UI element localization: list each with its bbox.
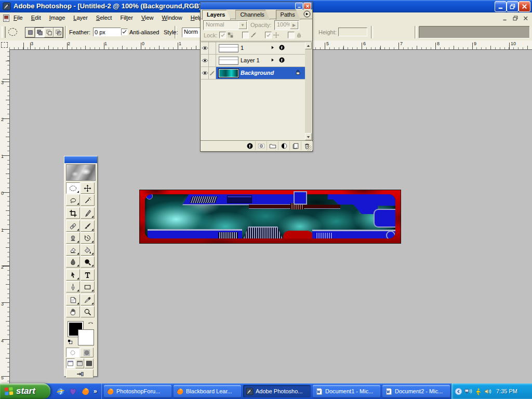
link-cell[interactable] [208,67,216,79]
doc-close-button[interactable] [521,14,530,22]
task-button-3[interactable]: Adobe Photosho... [243,385,311,397]
palette-minimize-button[interactable] [295,3,303,9]
tray-aim[interactable] [474,388,482,395]
menu-window[interactable]: Window [162,15,182,21]
layer-thumbnail[interactable] [219,44,238,52]
tool-clone-stamp[interactable] [66,232,80,244]
layer-mask-button[interactable] [256,141,267,150]
layers-scrollbar[interactable] [305,42,312,141]
jump-to-imageready-button[interactable] [66,369,94,378]
lock-brush-small-checkbox[interactable] [242,32,249,38]
antialiased-checkbox[interactable] [121,29,128,35]
mode-intersect-selection-button[interactable] [54,28,63,37]
tool-slice[interactable] [81,207,95,219]
visibility-toggle[interactable] [201,42,209,54]
options-bar-grip[interactable] [2,26,6,38]
tool-path-selection[interactable] [66,269,80,281]
swap-icon[interactable] [87,321,94,327]
layer-thumbnail[interactable] [219,69,238,77]
task-button-1[interactable]: PhotoshopForu... [104,385,171,397]
scroll-up-button[interactable] [305,42,312,49]
default-colors-icon[interactable] [67,339,73,345]
lock-move-small-checkbox[interactable] [265,32,272,38]
task-button-2[interactable]: Blackboard Lear... [174,385,241,397]
palette-close-button[interactable] [303,3,311,9]
tab-paths[interactable]: Paths [276,10,301,20]
triangle-right-icon[interactable] [270,45,275,50]
tool-notes[interactable] [66,294,80,305]
task-button-4[interactable]: Document1 - Mic... [313,385,380,397]
minimize-button[interactable] [495,1,507,12]
tool-brush[interactable] [81,220,95,232]
layer-row-layer-1[interactable]: Layer 1 [201,55,305,67]
tool-paint-bucket[interactable] [81,244,95,256]
close-button[interactable] [518,1,530,12]
lock-padlock-small-checkbox[interactable] [288,32,295,38]
palette-menu-button[interactable] [303,10,311,18]
screen-full-button[interactable] [85,358,94,368]
swap-colors-icon[interactable] [87,321,94,327]
tool-magic-wand[interactable] [81,194,95,206]
mode-new-selection-button[interactable] [25,28,35,37]
mode-subtract-from-selection-button[interactable] [44,28,54,37]
adjustment-layer-button[interactable] [278,141,290,150]
layer-row-1[interactable]: 1 [201,42,305,55]
mode-add-to-selection-button[interactable] [35,28,44,37]
palette-well[interactable] [419,26,530,38]
quick-mask-button[interactable] [80,348,94,357]
vertical-ruler[interactable]: 321012345 [0,49,10,383]
tool-elliptical-marquee[interactable] [66,182,80,194]
tool-eraser[interactable] [66,244,80,256]
tab-layers[interactable]: Layers [202,10,231,20]
document-icon[interactable] [2,14,10,22]
standard-mode-button[interactable] [66,348,79,357]
tool-zoom[interactable] [81,306,95,317]
tool-lasso[interactable] [66,194,80,206]
screen-standard-button[interactable] [66,358,75,368]
menu-file[interactable]: File [14,15,23,21]
scroll-down-button[interactable] [305,133,312,140]
link-cell[interactable] [208,42,216,54]
quick-launch-overflow-chevron[interactable]: » [94,388,97,395]
link-cell[interactable] [208,55,216,66]
visibility-toggle[interactable] [201,55,209,66]
opacity-field[interactable]: 100% ▶ [274,20,299,30]
lock-checker-checkbox[interactable] [219,32,226,38]
triangle-right-icon[interactable] [270,57,275,63]
tray-hide-chevron[interactable] [455,388,462,395]
menu-edit[interactable]: Edit [31,15,41,21]
menu-view[interactable]: View [141,15,154,21]
tool-crop[interactable] [66,207,80,219]
layer-thumbnail[interactable] [219,57,238,65]
tray-network[interactable] [464,388,472,395]
tool-eyedropper[interactable] [81,294,95,305]
tray-volume[interactable] [484,388,492,395]
tool-blur[interactable] [66,256,80,268]
palette-resize-grip[interactable] [307,145,312,151]
tool-move[interactable] [81,182,95,194]
tool-healing-brush[interactable] [66,220,80,232]
height-input[interactable] [338,28,367,36]
tool-hand[interactable] [66,306,80,317]
layer-set-button[interactable] [267,141,278,150]
blend-mode-dropdown[interactable]: Normal ▼ [203,20,248,30]
restore-button[interactable] [507,1,518,12]
tool-preset-icon[interactable] [8,28,17,36]
doc-restore-button[interactable] [511,14,520,22]
quick-launch-internet-explorer[interactable] [56,387,65,396]
tool-history-brush[interactable] [81,232,95,244]
background-color-swatch[interactable] [78,330,94,345]
screen-full-menu-button[interactable] [75,358,84,368]
palette-title-bar[interactable] [201,2,312,9]
menu-select[interactable]: Select [96,15,112,21]
new-layer-button[interactable] [290,141,301,150]
menu-image[interactable]: Image [49,15,65,21]
doc-minimize-button[interactable] [500,14,509,22]
task-button-5[interactable]: Document2 - Mic... [382,385,450,397]
palette-menu-icon[interactable] [303,10,311,18]
canvas-image[interactable] [139,190,401,244]
quick-launch-firefox[interactable] [81,387,90,396]
menu-filter[interactable]: Filter [120,15,132,21]
feather-input[interactable] [93,28,121,36]
start-button[interactable]: start [0,383,50,399]
